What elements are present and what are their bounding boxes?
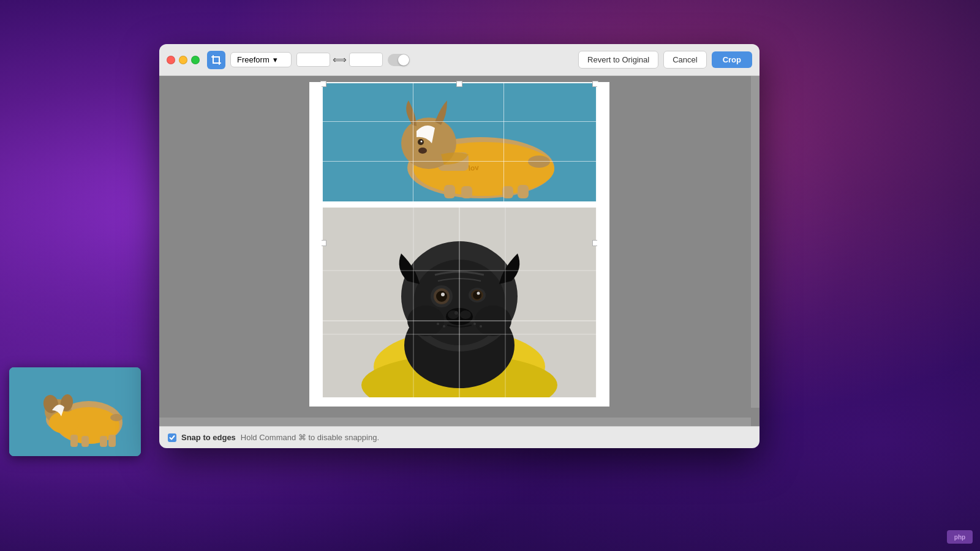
svg-rect-9 [81, 436, 89, 447]
main-window: Freeform ▾ ⟺ Revert to Original Cancel C… [159, 44, 760, 448]
toggle-knob [398, 54, 409, 66]
svg-point-21 [418, 148, 427, 154]
svg-point-41 [477, 292, 480, 295]
pug-image [322, 208, 597, 397]
svg-point-26 [528, 156, 550, 168]
size-input-group: ⟺ [296, 53, 383, 67]
bottom-padding [309, 397, 609, 407]
svg-point-44 [460, 310, 471, 319]
svg-rect-11 [108, 435, 116, 447]
cancel-button[interactable]: Cancel [663, 51, 706, 69]
php-watermark: php [947, 530, 973, 544]
scrollbar-horizontal[interactable] [159, 418, 751, 426]
traffic-lights [167, 56, 200, 64]
svg-rect-10 [100, 436, 107, 447]
close-button[interactable] [167, 56, 175, 64]
bottom-image [322, 208, 597, 397]
thumbnail-dog-svg [9, 367, 141, 456]
image-thumbnail [9, 367, 141, 456]
svg-text:lov: lov [468, 163, 480, 173]
snap-checkbox[interactable] [168, 433, 176, 442]
svg-rect-23 [461, 186, 472, 198]
crop-button[interactable]: Crop [712, 51, 752, 68]
snap-label: Snap to edges [181, 433, 236, 442]
chevron-down-icon: ▾ [273, 55, 277, 64]
svg-point-40 [473, 291, 481, 299]
svg-point-50 [473, 323, 476, 325]
ratio-lock-toggle[interactable] [388, 54, 410, 66]
svg-point-37 [441, 293, 445, 296]
svg-rect-25 [518, 185, 529, 198]
dropdown-label: Freeform [237, 55, 270, 64]
checkmark-icon [169, 435, 175, 441]
scrollbar-vertical[interactable] [751, 76, 760, 408]
svg-point-7 [49, 411, 80, 433]
svg-point-48 [437, 323, 439, 325]
maximize-button[interactable] [191, 56, 200, 64]
svg-point-49 [443, 325, 445, 328]
crop-mode-icon [207, 51, 225, 69]
top-image: lov [322, 82, 597, 201]
crop-icon [211, 54, 222, 66]
snap-hint: Hold Command ⌘ to disable snapping. [241, 433, 379, 442]
thumbnail-preview [9, 367, 141, 456]
image-canvas: lov [309, 82, 609, 407]
svg-point-12 [110, 414, 123, 421]
aspect-ratio-dropdown[interactable]: Freeform ▾ [230, 52, 292, 67]
svg-point-45 [454, 311, 458, 315]
french-bulldog-image: lov [322, 82, 597, 201]
status-bar: Snap to edges Hold Command ⌘ to disable … [159, 426, 760, 448]
left-padding [309, 82, 322, 407]
height-input[interactable] [349, 53, 383, 67]
svg-point-20 [421, 141, 423, 143]
canvas-area[interactable]: lov [159, 76, 760, 426]
toolbar: Freeform ▾ ⟺ Revert to Original Cancel C… [159, 44, 760, 76]
width-input[interactable] [296, 53, 330, 67]
minimize-button[interactable] [179, 56, 187, 64]
swap-icon[interactable]: ⟺ [333, 54, 347, 66]
svg-point-36 [436, 291, 447, 302]
svg-rect-8 [70, 435, 78, 447]
right-padding [597, 82, 609, 407]
svg-rect-22 [444, 185, 455, 198]
svg-point-51 [480, 325, 482, 328]
revert-button[interactable]: Revert to Original [578, 51, 658, 69]
svg-rect-24 [502, 186, 513, 198]
